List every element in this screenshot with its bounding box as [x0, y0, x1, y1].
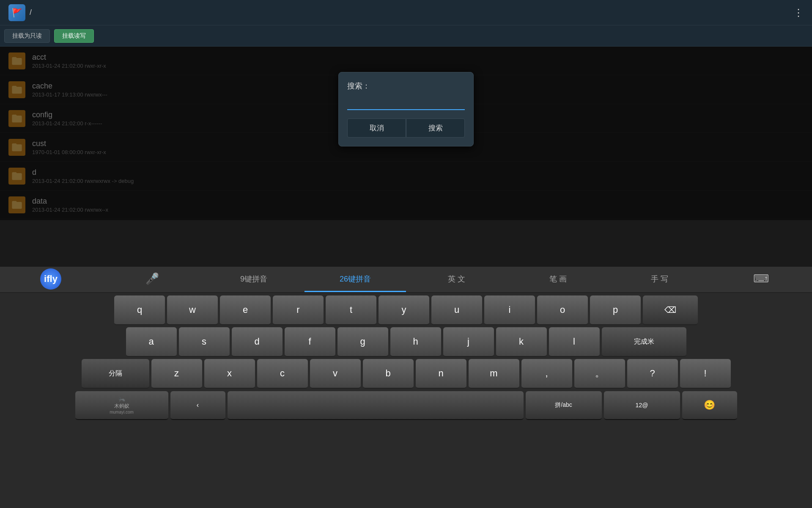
key-d[interactable]: d — [232, 327, 283, 357]
key-s[interactable]: s — [179, 327, 230, 357]
key-e[interactable]: e — [220, 295, 271, 325]
ime-tab-ifly[interactable]: ifly — [0, 267, 102, 292]
ime-tab-label: 笔 画 — [549, 274, 567, 284]
key-rows: qwertyuiop⌫ asdfghjkl完成米 分隔zxcvbnm,。?! — [0, 293, 812, 391]
mumayi-brand-text: 木蚂蚁 — [114, 403, 129, 410]
emoji-key[interactable]: 😊 — [682, 391, 737, 420]
key-,[interactable]: , — [521, 359, 572, 389]
shift-key[interactable]: 分隔 — [82, 359, 149, 389]
key-。[interactable]: 。 — [574, 359, 625, 389]
key-g[interactable]: g — [337, 327, 388, 357]
search-dialog-title: 搜索： — [347, 81, 465, 91]
app-icon-flag: 🚩 — [12, 8, 22, 18]
key-w[interactable]: w — [167, 295, 218, 325]
keyboard-icon: ⌨ — [753, 272, 769, 285]
key-i[interactable]: i — [484, 295, 535, 325]
top-bar-left: 🚩 / — [8, 4, 32, 21]
key-h[interactable]: h — [390, 327, 441, 357]
key-b[interactable]: b — [363, 359, 414, 389]
key-q[interactable]: q — [114, 295, 165, 325]
ime-tabs: ifly🎤9键拼音26键拼音英 文笔 画手 写⌨ — [0, 267, 812, 293]
ime-tab-mic[interactable]: 🎤 — [102, 267, 203, 292]
mount-readonly-button[interactable]: 挂载为只读 — [4, 29, 50, 43]
key-j[interactable]: j — [443, 327, 494, 357]
search-dialog: 搜索： 取消 搜索 — [338, 72, 474, 146]
key-bottom-row: 🐜 木蚂蚁 mumayi.com ‹ 拼/abc 12@ 😊 — [0, 391, 812, 420]
enter-key[interactable]: 完成米 — [602, 327, 686, 357]
key-y[interactable]: y — [379, 295, 429, 325]
app-icon: 🚩 — [8, 4, 25, 21]
key-?[interactable]: ? — [627, 359, 678, 389]
ime-tab-label: 9键拼音 — [240, 274, 267, 284]
search-overlay: 搜索： 取消 搜索 — [0, 47, 812, 220]
mumayi-brand-icon: 🐜 — [118, 396, 125, 403]
key-row-3: 分隔zxcvbnm,。?! — [2, 359, 810, 389]
menu-icon[interactable]: ⋮ — [793, 7, 804, 19]
search-confirm-button[interactable]: 搜索 — [406, 119, 465, 138]
mumayi-url-text: mumayi.com — [110, 410, 134, 414]
key-u[interactable]: u — [431, 295, 482, 325]
pinyin-abc-key[interactable]: 拼/abc — [526, 391, 602, 420]
ime-tab-9key[interactable]: 9键拼音 — [203, 267, 304, 292]
ime-tab-handwrite[interactable]: 手 写 — [609, 267, 710, 292]
mount-bar: 挂载为只读 挂载读写 — [0, 25, 812, 47]
space-key[interactable] — [228, 391, 524, 420]
search-input-wrapper — [347, 97, 465, 110]
keyboard-area: ifly🎤9键拼音26键拼音英 文笔 画手 写⌨ qwertyuiop⌫ asd… — [0, 267, 812, 508]
key-x[interactable]: x — [204, 359, 255, 389]
ime-tab-label: 26键拼音 — [340, 274, 371, 284]
key-v[interactable]: v — [310, 359, 361, 389]
ime-tab-keyboard[interactable]: ⌨ — [710, 267, 812, 292]
key-l[interactable]: l — [549, 327, 600, 357]
mic-icon: 🎤 — [145, 272, 159, 285]
ime-tab-26key[interactable]: 26键拼音 — [304, 267, 406, 292]
mount-readwrite-button[interactable]: 挂载读写 — [54, 29, 94, 43]
file-list: acct 2013-01-24 21:02:00 rwxr-xr-x cache… — [0, 47, 812, 220]
key-n[interactable]: n — [416, 359, 466, 389]
ifly-logo: ifly — [40, 268, 61, 290]
key-f[interactable]: f — [285, 327, 335, 357]
top-bar: 🚩 / ⋮ — [0, 0, 812, 25]
key-c[interactable]: c — [257, 359, 308, 389]
key-o[interactable]: o — [537, 295, 588, 325]
key-m[interactable]: m — [469, 359, 519, 389]
mumayi-key[interactable]: 🐜 木蚂蚁 mumayi.com — [75, 391, 168, 420]
cancel-button[interactable]: 取消 — [347, 119, 406, 138]
key-p[interactable]: p — [590, 295, 641, 325]
ime-tab-en[interactable]: 英 文 — [406, 267, 508, 292]
ime-tab-label: 英 文 — [448, 274, 465, 284]
key-row-2: asdfghjkl完成米 — [2, 327, 810, 357]
ime-tab-stroke[interactable]: 笔 画 — [508, 267, 609, 292]
chevron-key[interactable]: ‹ — [170, 391, 225, 420]
search-input[interactable] — [347, 97, 465, 109]
key-z[interactable]: z — [151, 359, 202, 389]
search-buttons: 取消 搜索 — [347, 119, 465, 138]
key-row-1: qwertyuiop⌫ — [2, 295, 810, 325]
path-text: / — [30, 8, 32, 17]
ime-tab-label: 手 写 — [651, 274, 668, 284]
key-r[interactable]: r — [273, 295, 324, 325]
num-at-key[interactable]: 12@ — [604, 391, 680, 420]
key-a[interactable]: a — [126, 327, 177, 357]
key-k[interactable]: k — [496, 327, 547, 357]
key-![interactable]: ! — [680, 359, 731, 389]
key-t[interactable]: t — [326, 295, 376, 325]
backspace-key[interactable]: ⌫ — [643, 295, 698, 325]
